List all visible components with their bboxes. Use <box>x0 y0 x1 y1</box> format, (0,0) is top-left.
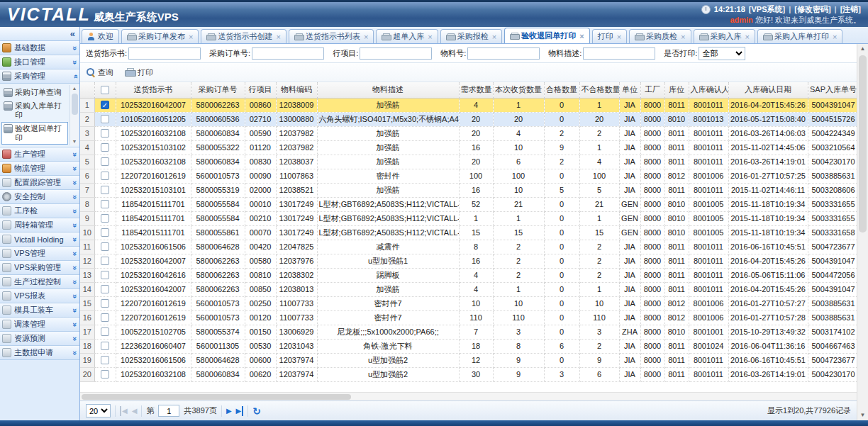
sidebar-group-mold-tooling[interactable]: 模具工装车» <box>0 303 79 318</box>
print-flag-select[interactable]: 全部 <box>699 47 745 60</box>
table-row[interactable]: 2010253201603210858000608340062012037974… <box>80 367 857 381</box>
line-item-input[interactable] <box>360 47 432 60</box>
tab-purchase-inbound-print[interactable]: 采购入库单打印× <box>757 29 842 43</box>
close-icon[interactable]: × <box>833 33 837 41</box>
table-row[interactable]: 1710052201510270558000553740015013006929… <box>80 325 857 339</box>
material-desc-input[interactable] <box>583 47 655 60</box>
scroll-down-icon[interactable]: ▼ <box>72 138 77 145</box>
column-header[interactable]: 库位 <box>664 82 689 98</box>
horizontal-scrollbar-thumb[interactable] <box>82 394 351 400</box>
submenu-scrollbar[interactable]: ▲▼ <box>69 85 79 145</box>
tab-purchase-order-publish[interactable]: 采购订单发布× <box>121 29 199 43</box>
table-row[interactable]: 1110253201606150658000646280042012047825… <box>80 240 857 254</box>
table-row[interactable]: 310253201603210858000608340059012037982加… <box>80 126 857 140</box>
row-checkbox[interactable] <box>101 172 109 180</box>
delivery-note-input[interactable] <box>128 47 201 60</box>
page-size-select[interactable]: 20 <box>86 404 111 417</box>
table-row[interactable]: 510253201603210858000608340083012038037加… <box>80 155 857 169</box>
table-row[interactable]: 1410253201604200758000622630085012038013… <box>80 282 857 296</box>
sidebar-group-vps-purchase[interactable]: VPS采购管理» <box>0 261 79 275</box>
sidebar-group-victall-holding[interactable]: Victall Holding» <box>0 232 79 247</box>
sidebar-group-production-process-control[interactable]: 生产过程控制» <box>0 275 79 289</box>
sidebar-group-master-data-request[interactable]: 主数据申请» <box>0 346 79 360</box>
logout-link[interactable]: [注销] <box>840 4 861 15</box>
row-checkbox[interactable] <box>101 313 109 322</box>
next-page-button[interactable]: ▶ <box>226 406 232 416</box>
column-header[interactable]: 工厂 <box>640 82 664 98</box>
table-row[interactable]: 710253201510310158000553190200012038521加… <box>80 183 857 197</box>
table-row[interactable]: 612207201601261956000105730009011007863密… <box>80 169 857 183</box>
first-page-button[interactable]: ◀ <box>120 406 128 416</box>
column-header[interactable]: 入库确认人 <box>689 82 728 98</box>
table-row[interactable]: 1612207201601261956000105730012011007733… <box>80 310 857 325</box>
close-icon[interactable]: × <box>617 33 621 41</box>
tab-purchase-inbound[interactable]: 采购入库× <box>694 29 755 43</box>
row-checkbox[interactable] <box>101 214 109 223</box>
column-header[interactable]: SAP入库单号 <box>808 82 857 98</box>
sidebar-group-config-tracking[interactable]: 配置跟踪管理» <box>0 176 79 190</box>
tab-purchase-inspection[interactable]: 采购报检× <box>440 29 502 43</box>
close-icon[interactable]: × <box>579 32 584 40</box>
table-row[interactable]: 1310253201604261658000622630081012038302… <box>80 268 857 282</box>
column-header[interactable]: 单位 <box>619 82 640 98</box>
row-checkbox[interactable] <box>101 200 109 208</box>
row-checkbox[interactable] <box>101 186 109 194</box>
horizontal-scrollbar[interactable] <box>80 392 857 400</box>
sidebar-group-interface-mgmt[interactable]: 接口管理» <box>0 55 79 69</box>
row-checkbox[interactable] <box>101 356 109 364</box>
tab-over-order-inbound[interactable]: 超单入库× <box>376 29 438 43</box>
sidebar-group-process-inspection[interactable]: 工序检» <box>0 204 79 218</box>
row-checkbox[interactable]: ✓ <box>101 101 109 109</box>
table-row[interactable]: 410253201510310258000553220112012037982加… <box>80 140 857 155</box>
table-row[interactable]: 1210253201604200758000622630058012037976… <box>80 254 857 268</box>
scroll-down-icon[interactable]: ▼ <box>857 410 868 420</box>
column-header[interactable]: 物料编码 <box>276 82 317 98</box>
material-no-input[interactable] <box>467 47 540 60</box>
column-header[interactable]: 采购订单号 <box>191 82 245 98</box>
row-checkbox[interactable] <box>101 115 109 123</box>
row-checkbox[interactable] <box>101 271 109 279</box>
sidebar-group-logistics-mgmt[interactable]: 物流管理» <box>0 162 79 176</box>
row-checkbox[interactable] <box>101 299 109 308</box>
close-icon[interactable]: × <box>364 33 368 41</box>
table-row[interactable]: 1512207201601261956000105730025011007733… <box>80 296 857 310</box>
table-row[interactable]: 1✓10253201604200758000622630086012038009… <box>80 98 857 112</box>
vertical-scrollbar-thumb[interactable] <box>859 55 867 232</box>
table-row[interactable]: 811854201511170158000555840001013017249L… <box>80 197 857 211</box>
scroll-up-icon[interactable]: ▲ <box>857 44 868 54</box>
sidebar-group-paint-mgmt[interactable]: 调漆管理» <box>0 318 79 332</box>
sidebar-item-acceptance-return-print[interactable]: 验收退回单打印 <box>1 122 68 145</box>
row-checkbox[interactable] <box>101 143 109 152</box>
tab-print[interactable]: 打印× <box>592 29 627 43</box>
sidebar-group-vps-mgmt[interactable]: VPS管理» <box>0 247 79 261</box>
sidebar-collapse-button[interactable]: « <box>0 27 79 41</box>
scroll-up-icon[interactable]: ▲ <box>72 85 77 92</box>
row-checkbox[interactable] <box>101 157 109 166</box>
last-page-button[interactable]: ▶ <box>236 406 244 416</box>
sidebar-group-purchase-mgmt[interactable]: 采购管理» <box>0 69 79 84</box>
column-header[interactable]: 需求数量 <box>459 82 493 98</box>
table-row[interactable]: 1011854201511170158000558610007013017249… <box>80 225 857 240</box>
sidebar-group-resource-forecast[interactable]: 资源预测» <box>0 332 79 346</box>
column-header[interactable]: 入库确认日期 <box>728 82 808 98</box>
close-icon[interactable]: × <box>276 33 280 41</box>
column-header[interactable]: 行项目 <box>245 82 276 98</box>
sidebar-item-purchase-order-query[interactable]: 采购订单查询 <box>1 86 68 99</box>
prev-page-button[interactable]: ◀ <box>132 406 138 416</box>
select-all-checkbox[interactable] <box>101 86 109 94</box>
sidebar-group-vps-reports[interactable]: VPS报表» <box>0 289 79 303</box>
sidebar-group-security-control[interactable]: 安全控制» <box>0 190 79 204</box>
row-checkbox[interactable] <box>101 342 109 350</box>
column-header[interactable]: 物料描述 <box>317 82 459 98</box>
row-checkbox[interactable] <box>101 242 109 251</box>
scrollbar-thumb[interactable] <box>72 94 78 115</box>
tab-purchase-quality-check[interactable]: 采购质检× <box>629 29 691 43</box>
column-header[interactable]: 合格数量 <box>544 82 579 98</box>
column-header[interactable]: 不合格数量 <box>579 82 619 98</box>
close-icon[interactable]: × <box>745 33 750 41</box>
refresh-icon[interactable]: ↻ <box>252 405 261 417</box>
close-icon[interactable]: × <box>428 33 432 41</box>
table-row[interactable]: 1910253201606150658000646280060012037974… <box>80 353 857 367</box>
tab-delivery-note-create[interactable]: 送货指示书创建× <box>201 29 286 43</box>
row-checkbox[interactable] <box>101 327 109 336</box>
